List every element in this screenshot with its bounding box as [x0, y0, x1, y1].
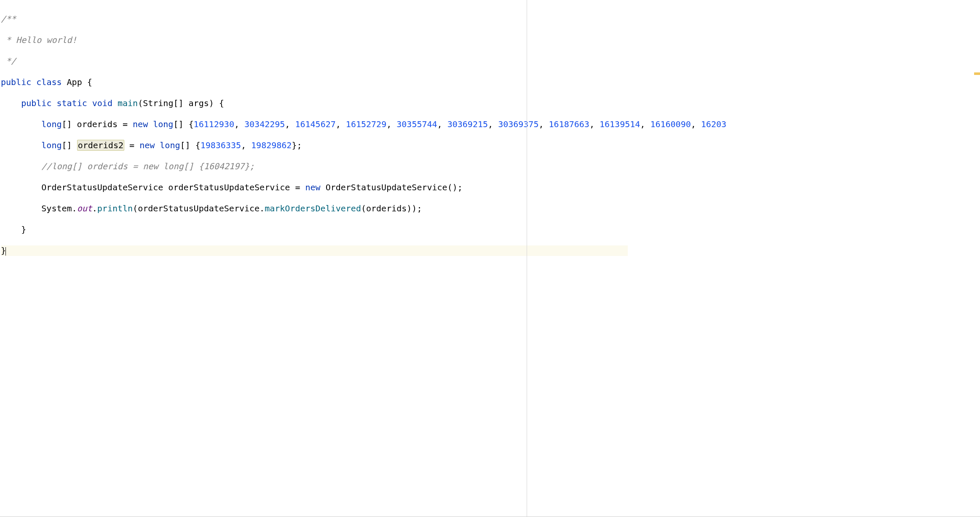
warning-marker[interactable]	[974, 72, 980, 75]
num: 16203	[701, 119, 726, 129]
num: 16152729	[346, 119, 386, 129]
call-args-close: (orderids));	[361, 203, 422, 213]
sep: ,	[386, 119, 396, 129]
indent	[1, 98, 21, 108]
arr-bracket: []	[62, 140, 77, 150]
class-name-app: App	[67, 77, 82, 87]
kw-long: long	[160, 140, 180, 150]
num: 16139514	[600, 119, 640, 129]
constructor-call: OrderStatusUpdateService	[326, 182, 447, 192]
params: [] args) {	[173, 98, 224, 108]
kw-new: new	[305, 182, 320, 192]
sep: ,	[640, 119, 650, 129]
eq: =	[124, 140, 139, 150]
num: 30355744	[396, 119, 437, 129]
num: 30342295	[244, 119, 285, 129]
sep: ,	[589, 119, 600, 129]
num: 30369375	[498, 119, 538, 129]
sep: ,	[336, 119, 346, 129]
code-line-6[interactable]: long[] orderids = new long[] {16112930, …	[1, 119, 980, 130]
kw-long: long	[41, 140, 62, 150]
type-string: String	[143, 98, 173, 108]
num: 16160090	[650, 119, 691, 129]
javadoc-close: */	[1, 56, 16, 66]
code-line-7[interactable]: long[] orderids2 = new long[] {19836335,…	[1, 140, 980, 151]
sep: ,	[488, 119, 498, 129]
kw-public: public	[21, 98, 51, 108]
vertical-scrollbar[interactable]	[974, 0, 980, 517]
kw-long: long	[153, 119, 173, 129]
right-margin-guide	[527, 0, 527, 517]
class-system: System	[41, 203, 72, 213]
arr-close: };	[292, 140, 302, 150]
code-line-1[interactable]: /**	[1, 14, 980, 24]
sep: ,	[241, 140, 251, 150]
sep: ,	[234, 119, 244, 129]
kw-class: class	[36, 77, 62, 87]
text-caret	[5, 247, 6, 256]
code-line-5[interactable]: public static void main(String[] args) {	[1, 98, 980, 109]
indent	[1, 161, 41, 171]
code-line-11[interactable]: }	[1, 224, 980, 235]
sep: ,	[538, 119, 549, 129]
brace-open: {	[82, 77, 92, 87]
var-decl: orderStatusUpdateService =	[163, 182, 305, 192]
javadoc-open: /**	[1, 14, 16, 24]
ctor-parens: ();	[447, 182, 463, 192]
dot: .	[72, 203, 77, 213]
kw-new: new	[133, 119, 148, 129]
code-line-12-current[interactable]: }	[1, 245, 628, 256]
line-comment: //long[] orderids = new long[] {16042197…	[41, 161, 254, 171]
indent	[1, 119, 41, 129]
num: 19829862	[251, 140, 292, 150]
indent	[1, 203, 41, 213]
num: 16112930	[194, 119, 234, 129]
kw-long: long	[41, 119, 62, 129]
indent	[1, 182, 41, 192]
code-line-10[interactable]: System.out.println(orderStatusUpdateServ…	[1, 203, 980, 214]
highlighted-identifier: orderids2	[77, 140, 124, 151]
num: 16187663	[549, 119, 589, 129]
num: 30369215	[447, 119, 488, 129]
method-main: main	[118, 98, 138, 108]
kw-void: void	[92, 98, 112, 108]
sep: ,	[691, 119, 701, 129]
method-println: println	[97, 203, 133, 213]
var-decl: [] orderids =	[62, 119, 133, 129]
space	[321, 182, 326, 192]
kw-public: public	[1, 77, 31, 87]
method-mark: markOrdersDelivered	[265, 203, 361, 213]
kw-static: static	[56, 98, 87, 108]
sep: ,	[285, 119, 295, 129]
editor-wrapper: /** * Hello world! */ public class App {…	[0, 0, 980, 517]
arr-open: [] {	[180, 140, 200, 150]
indent	[1, 140, 41, 150]
code-editor[interactable]: /** * Hello world! */ public class App {…	[0, 0, 980, 517]
arr-open: [] {	[173, 119, 193, 129]
type-ref: OrderStatusUpdateService	[41, 182, 163, 192]
num: 19836335	[201, 140, 241, 150]
kw-new: new	[139, 140, 155, 150]
code-line-8[interactable]: //long[] orderids = new long[] {16042197…	[1, 161, 980, 172]
code-line-3[interactable]: */	[1, 56, 980, 67]
dot: .	[92, 203, 97, 213]
code-line-4[interactable]: public class App {	[1, 77, 980, 88]
code-line-9[interactable]: OrderStatusUpdateService orderStatusUpda…	[1, 182, 980, 193]
field-out: out	[77, 203, 92, 213]
code-line-2[interactable]: * Hello world!	[1, 35, 980, 45]
num: 16145627	[295, 119, 335, 129]
brace-close-inner: }	[1, 224, 26, 235]
sep: ,	[437, 119, 447, 129]
call-args-open: (orderStatusUpdateService.	[133, 203, 265, 213]
javadoc-text: * Hello world!	[1, 35, 77, 45]
